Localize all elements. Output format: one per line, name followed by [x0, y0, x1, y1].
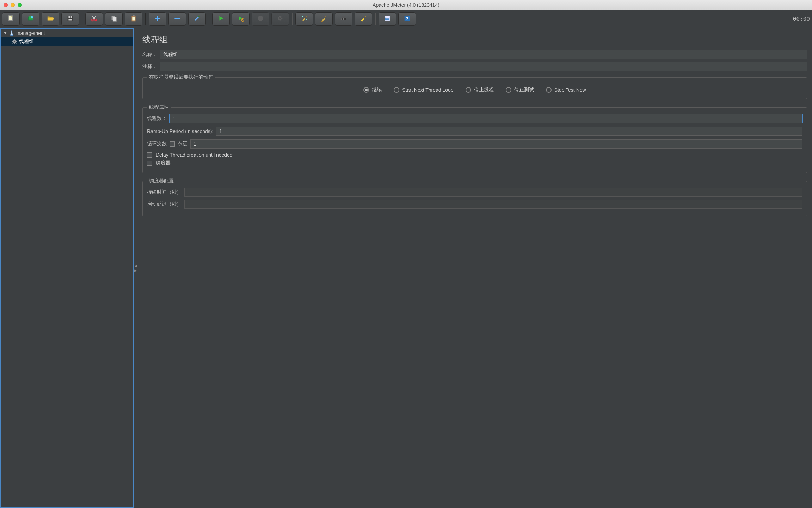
duration-label: 持续时间（秒） — [147, 189, 182, 195]
toolbar-separator — [145, 13, 146, 25]
radio-icon — [394, 87, 399, 93]
radio-stop-test-now[interactable]: Stop Test Now — [546, 87, 586, 93]
tree-node-label: management — [16, 30, 45, 36]
radio-icon — [546, 87, 552, 93]
forever-checkbox[interactable] — [170, 141, 175, 147]
copy-icon — [110, 14, 118, 23]
shutdown-icon — [276, 14, 284, 23]
radio-icon — [506, 87, 511, 93]
duration-input — [184, 188, 802, 197]
list-icon — [383, 14, 391, 23]
detail-panel: 线程组 名称： 注释： 在取样器错误后要执行的动作 继续 — [137, 28, 812, 508]
search-button[interactable] — [335, 12, 352, 26]
scheduler-group: 调度器配置 持续时间（秒） 启动延迟（秒） — [142, 178, 807, 216]
clear-all-button[interactable] — [315, 12, 333, 26]
shutdown-button[interactable] — [271, 12, 289, 26]
toggle-button[interactable] — [188, 12, 206, 26]
window-zoom-button[interactable] — [18, 3, 22, 7]
reset-search-button[interactable] — [355, 12, 372, 26]
split-handle[interactable]: ◀ ▶ — [134, 28, 137, 508]
svg-rect-34 — [11, 35, 13, 36]
name-input[interactable] — [160, 50, 807, 59]
cut-button[interactable] — [85, 12, 103, 26]
templates-button[interactable] — [22, 12, 39, 26]
forever-label: 永远 — [178, 141, 187, 147]
window-title: Apache JMeter (4.0 r1823414) — [0, 2, 812, 8]
svg-rect-7 — [68, 19, 72, 21]
titlebar: Apache JMeter (4.0 r1823414) — [0, 0, 812, 10]
window-close-button[interactable] — [4, 3, 8, 7]
expand-all-button[interactable] — [149, 12, 166, 26]
ramp-label: Ramp-Up Period (in seconds): — [147, 128, 213, 134]
delay-thread-checkbox[interactable] — [147, 152, 152, 158]
svg-marker-19 — [258, 16, 263, 21]
clear-button[interactable] — [295, 12, 313, 26]
radio-label: Start Next Thread Loop — [402, 87, 453, 93]
radio-icon — [466, 87, 471, 93]
broom-yellow-icon — [359, 14, 367, 23]
svg-rect-26 — [344, 17, 345, 18]
scheduler-legend: 调度器配置 — [147, 178, 176, 184]
toolbar-separator — [419, 13, 419, 25]
new-button[interactable] — [2, 12, 20, 26]
save-icon — [66, 14, 74, 23]
broom-sparkle-icon — [300, 14, 308, 23]
radio-stop-thread[interactable]: 停止线程 — [466, 87, 494, 93]
binoculars-icon — [340, 14, 347, 23]
threads-label: 线程数： — [147, 115, 167, 122]
scheduler-checkbox[interactable] — [147, 161, 152, 166]
plus-icon — [154, 14, 161, 23]
window-minimize-button[interactable] — [11, 3, 15, 7]
svg-point-22 — [306, 19, 307, 20]
collapse-all-button[interactable] — [168, 12, 186, 26]
radio-label: 停止线程 — [474, 87, 494, 93]
radio-continue[interactable]: 继续 — [363, 87, 382, 93]
delay-thread-label: Delay Thread creation until needed — [156, 152, 233, 158]
loop-input[interactable] — [190, 139, 802, 149]
comment-label: 注释： — [142, 64, 157, 70]
svg-rect-12 — [113, 17, 116, 21]
tree-node-thread-group[interactable]: 线程组 — [1, 37, 133, 46]
svg-point-21 — [302, 16, 303, 17]
svg-marker-16 — [219, 16, 223, 21]
play-timed-icon — [237, 14, 245, 23]
radio-label: 停止测试 — [514, 87, 534, 93]
tree-node-root[interactable]: management — [1, 29, 133, 37]
stop-button[interactable] — [252, 12, 269, 26]
svg-point-4 — [31, 16, 33, 18]
templates-icon — [27, 14, 35, 23]
svg-rect-14 — [132, 17, 135, 20]
radio-icon — [363, 87, 369, 93]
disclosure-triangle-icon[interactable] — [4, 31, 7, 35]
ramp-input[interactable] — [216, 127, 802, 136]
elapsed-timer: 00:00 — [793, 16, 810, 22]
toolbar-separator — [375, 13, 376, 25]
wand-icon — [193, 14, 201, 23]
test-plan-tree[interactable]: management 线程组 — [0, 28, 134, 508]
radio-stop-test[interactable]: 停止测试 — [506, 87, 534, 93]
radio-label: Stop Test Now — [554, 87, 586, 93]
stop-icon — [257, 14, 264, 23]
save-button[interactable] — [61, 12, 79, 26]
help-icon: ? — [403, 14, 411, 23]
copy-button[interactable] — [105, 12, 123, 26]
paste-button[interactable] — [125, 12, 142, 26]
toolbar: ? 00:00 — [0, 10, 812, 28]
startup-delay-input — [184, 200, 802, 209]
comment-input[interactable] — [160, 62, 807, 71]
threads-input[interactable] — [170, 114, 802, 123]
radio-start-next[interactable]: Start Next Thread Loop — [394, 87, 453, 93]
start-button[interactable] — [212, 12, 230, 26]
start-no-pause-button[interactable] — [232, 12, 250, 26]
thread-props-group: 线程属性 线程数： Ramp-Up Period (in seconds): 循… — [142, 104, 807, 173]
svg-point-29 — [385, 18, 386, 19]
function-helper-button[interactable] — [379, 12, 396, 26]
startup-delay-label: 启动延迟（秒） — [147, 201, 182, 207]
help-button[interactable]: ? — [398, 12, 416, 26]
svg-marker-33 — [4, 32, 7, 34]
svg-point-23 — [341, 18, 344, 20]
open-button[interactable] — [42, 12, 59, 26]
svg-rect-15 — [133, 15, 135, 17]
toolbar-separator — [292, 13, 293, 25]
scheduler-label: 调度器 — [156, 160, 171, 166]
